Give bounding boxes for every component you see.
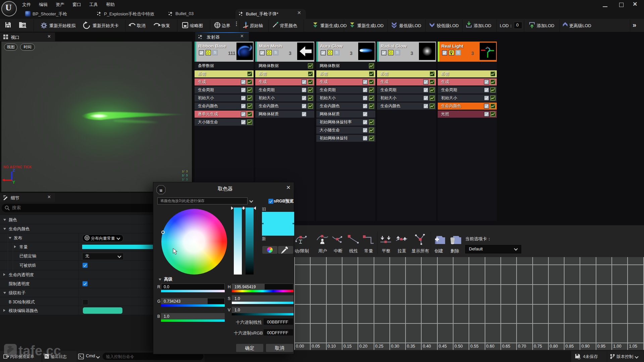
svg-text:u: u [160, 187, 162, 193]
